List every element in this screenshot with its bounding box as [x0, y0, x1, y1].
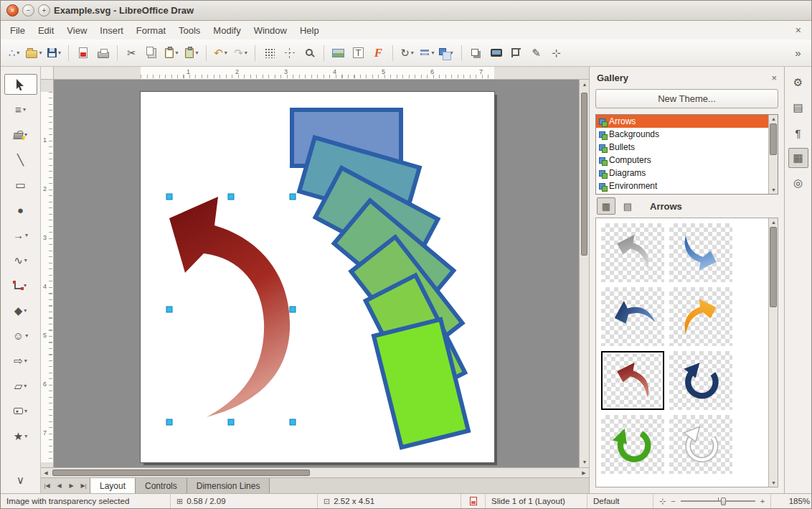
- basic-shapes-tool[interactable]: ◆ ▾: [4, 300, 37, 321]
- theme-list-scrollbar[interactable]: ▲ ▼: [768, 115, 778, 194]
- menu-modify[interactable]: Modify: [207, 22, 247, 39]
- rectangle-cascade[interactable]: [292, 110, 468, 447]
- slide-page[interactable]: [141, 92, 494, 462]
- gallery-item-circle-arrow-green[interactable]: [601, 415, 664, 474]
- glue-points-button[interactable]: ⊹: [547, 43, 566, 62]
- tab-layout[interactable]: Layout: [90, 478, 136, 493]
- gallery-item-curved-arrow-gray[interactable]: [601, 223, 664, 282]
- copy-button[interactable]: [142, 43, 161, 62]
- save-button[interactable]: ▾: [44, 43, 64, 62]
- window-close-button[interactable]: ×: [6, 4, 19, 17]
- scroll-down-icon[interactable]: ▼: [769, 186, 778, 194]
- zoom-button[interactable]: [300, 43, 319, 62]
- line-and-filling-tool[interactable]: ≡ ▾: [4, 99, 37, 120]
- toggle-edit-mode-button[interactable]: ✎: [527, 43, 546, 62]
- gallery-item-arrow-dark-blue[interactable]: [601, 287, 664, 346]
- thumbnails-scroll-thumb[interactable]: [770, 227, 777, 307]
- horizontal-scroll-thumb[interactable]: [52, 470, 310, 476]
- scroll-up-icon[interactable]: ▲: [580, 80, 590, 90]
- insert-image-button[interactable]: [329, 43, 348, 62]
- sidebar-settings-icon[interactable]: ⚙: [788, 73, 808, 93]
- theme-item-arrows[interactable]: Arrows: [596, 115, 778, 128]
- next-layer-button[interactable]: ▶: [65, 478, 77, 493]
- crop-image-button[interactable]: [506, 43, 526, 62]
- gallery-close-icon[interactable]: ×: [771, 73, 777, 83]
- scroll-up-icon[interactable]: ▲: [769, 218, 778, 226]
- transformations-button[interactable]: ↻ ▾: [397, 43, 417, 62]
- navigator-icon[interactable]: ◎: [788, 173, 808, 193]
- selection-handle[interactable]: [290, 194, 296, 200]
- tab-dimension-lines[interactable]: Dimension Lines: [187, 478, 270, 493]
- vertical-scroll-thumb[interactable]: [581, 93, 587, 256]
- red-curved-arrow[interactable]: [169, 197, 290, 417]
- previous-layer-button[interactable]: ◀: [53, 478, 65, 493]
- menu-file[interactable]: File: [4, 22, 32, 39]
- menu-view[interactable]: View: [60, 22, 93, 39]
- zoom-fit-icon[interactable]: ⊹: [659, 497, 666, 506]
- menu-help[interactable]: Help: [293, 22, 326, 39]
- zoom-in-button[interactable]: +: [760, 497, 765, 505]
- more-tools-button[interactable]: ∨: [4, 470, 37, 490]
- gallery-item-circle-arrow-outline[interactable]: [669, 415, 732, 474]
- helplines-button[interactable]: [280, 43, 299, 62]
- lines-and-arrows-tool[interactable]: → ▾: [4, 225, 37, 246]
- cascade-rect-7[interactable]: [374, 319, 468, 447]
- zoom-slider-thumb[interactable]: [721, 498, 726, 505]
- gallery-item-circle-arrow-dark-blue[interactable]: [669, 351, 732, 410]
- arrange-button[interactable]: ▾: [438, 43, 457, 62]
- symbol-shapes-tool[interactable]: ☺ ▾: [4, 325, 37, 346]
- page-style-status[interactable]: Default: [587, 494, 653, 508]
- zoom-slider[interactable]: [681, 497, 755, 505]
- menu-edit[interactable]: Edit: [32, 22, 60, 39]
- theme-item-computers[interactable]: Computers: [596, 154, 778, 167]
- connector-tool[interactable]: ▾: [4, 275, 37, 296]
- theme-item-diagrams[interactable]: Diagrams: [596, 167, 778, 179]
- display-grid-button[interactable]: [260, 43, 279, 62]
- fontwork-button[interactable]: F: [369, 43, 388, 62]
- detail-view-toggle[interactable]: ▤: [618, 197, 637, 215]
- selection-handle[interactable]: [228, 194, 234, 200]
- open-button[interactable]: ▾: [24, 43, 44, 62]
- zoom-out-button[interactable]: −: [671, 497, 675, 505]
- stars-tool[interactable]: ★ ▾: [4, 426, 37, 447]
- scroll-right-icon[interactable]: ▶: [579, 468, 589, 478]
- gallery-item-curved-arrow-red[interactable]: [601, 351, 664, 410]
- vertical-scrollbar[interactable]: ▲ ▼: [579, 80, 589, 467]
- export-pdf-button[interactable]: [73, 43, 93, 62]
- undo-button[interactable]: ↶ ▾: [211, 43, 230, 62]
- select-tool[interactable]: [4, 74, 37, 95]
- theme-item-backgrounds[interactable]: Backgrounds: [596, 128, 778, 141]
- scroll-down-icon[interactable]: ▼: [769, 479, 778, 487]
- theme-item-bullets[interactable]: Bullets: [596, 141, 778, 154]
- flowchart-tool[interactable]: ▱ ▾: [4, 375, 37, 396]
- edit-points-button[interactable]: ∴ ▾: [4, 43, 24, 62]
- selection-handle[interactable]: [228, 419, 234, 425]
- selection-handle[interactable]: [290, 419, 296, 425]
- thumbnails-scrollbar[interactable]: ▲ ▼: [768, 218, 778, 487]
- insert-text-box-button[interactable]: T: [349, 43, 368, 62]
- tab-controls[interactable]: Controls: [136, 478, 187, 493]
- ellipse-tool[interactable]: ●: [4, 200, 37, 220]
- align-objects-button[interactable]: ▾: [417, 43, 437, 62]
- menu-format[interactable]: Format: [130, 22, 172, 39]
- menu-insert[interactable]: Insert: [93, 22, 130, 39]
- menu-window[interactable]: Window: [247, 22, 293, 39]
- curve-tool[interactable]: ∿ ▾: [4, 250, 37, 271]
- zoom-level-status[interactable]: 185%: [771, 494, 812, 508]
- theme-scroll-thumb[interactable]: [770, 123, 777, 155]
- cut-button[interactable]: ✂: [122, 43, 141, 62]
- window-minimize-button[interactable]: −: [22, 4, 34, 17]
- selection-handle[interactable]: [166, 419, 172, 425]
- callouts-tool[interactable]: ▾: [4, 401, 37, 421]
- fill-color-tool[interactable]: ▾: [4, 124, 37, 145]
- redo-button[interactable]: ↷ ▾: [231, 43, 250, 62]
- gallery-icon[interactable]: ▦: [788, 148, 808, 168]
- toolbar-overflow-button[interactable]: »: [788, 43, 808, 62]
- selection-handle[interactable]: [166, 194, 172, 200]
- shadow-button[interactable]: [466, 43, 486, 62]
- line-tool[interactable]: ╲: [4, 149, 37, 170]
- theme-item-environment[interactable]: Environment: [596, 179, 778, 192]
- scroll-left-icon[interactable]: ◀: [41, 468, 51, 478]
- print-button[interactable]: [93, 43, 113, 62]
- block-arrows-tool[interactable]: ⇨ ▾: [4, 350, 37, 371]
